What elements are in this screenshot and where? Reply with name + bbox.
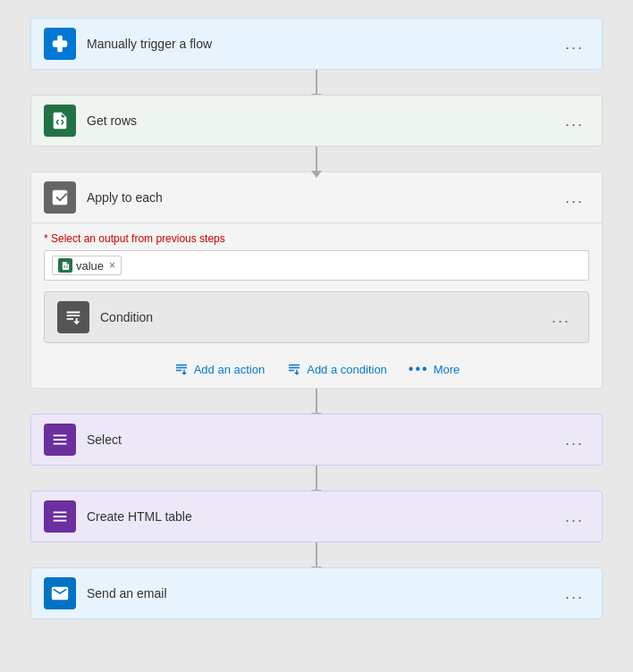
action-bar: Add an action Add a condition ••• More [44,354,589,377]
excel-icon [44,105,76,137]
apply-each-body: * Select an output from previous steps v… [31,223,602,377]
output-select: * Select an output from previous steps v… [44,232,589,281]
apply-each-ellipsis[interactable]: ... [560,188,589,207]
value-chip: value × [52,256,122,275]
trigger-ellipsis[interactable]: ... [560,34,589,54]
add-action-label: Add an action [194,363,266,376]
connector-4 [316,466,317,491]
select-label: Select [87,433,560,447]
trigger-step: Manually trigger a flow ... [30,18,603,70]
chip-excel-icon [58,258,72,273]
outlook-icon [44,577,76,609]
flow-container: Manually trigger a flow ... Get rows ...… [27,18,606,619]
apply-each-container: Apply to each ... * Select an output fro… [30,172,603,389]
condition-label: Condition [100,310,546,324]
more-label: More [434,363,460,376]
add-condition-label: Add a condition [307,363,387,376]
send-email-label: Send an email [87,586,560,601]
output-label: * Select an output from previous steps [44,232,589,245]
create-html-ellipsis[interactable]: ... [560,507,589,526]
get-rows-ellipsis[interactable]: ... [560,111,589,130]
chip-remove[interactable]: × [109,259,115,272]
chip-value-text: value [76,259,104,273]
apply-each-header: Apply to each ... [31,172,602,223]
condition-card: Condition ... [44,291,589,343]
add-action-button[interactable]: Add an action [173,361,266,377]
connector-1 [316,70,317,95]
connector-3 [316,389,317,414]
trigger-label: Manually trigger a flow [87,37,560,51]
create-html-icon [44,500,76,533]
create-html-label: Create HTML table [87,509,560,524]
create-html-step: Create HTML table ... [30,491,603,542]
send-email-step: Send an email ... [30,567,603,619]
condition-icon [57,301,89,333]
add-condition-icon [286,361,302,377]
apply-each-label: Apply to each [87,190,560,205]
connector-2 [316,147,317,172]
get-rows-step: Get rows ... [30,95,603,147]
get-rows-label: Get rows [87,113,560,128]
select-step: Select ... [30,414,603,466]
apply-each-icon [44,181,76,214]
add-condition-button[interactable]: Add a condition [286,361,387,377]
more-dots: ••• [409,361,429,377]
connector-5 [316,542,317,567]
more-button[interactable]: ••• More [409,361,460,377]
trigger-icon [44,28,76,60]
condition-ellipsis[interactable]: ... [546,307,576,327]
select-icon [44,424,76,456]
output-input[interactable]: value × [44,250,589,281]
send-email-ellipsis[interactable]: ... [560,584,589,603]
select-ellipsis[interactable]: ... [560,430,589,449]
add-action-icon [173,361,190,377]
